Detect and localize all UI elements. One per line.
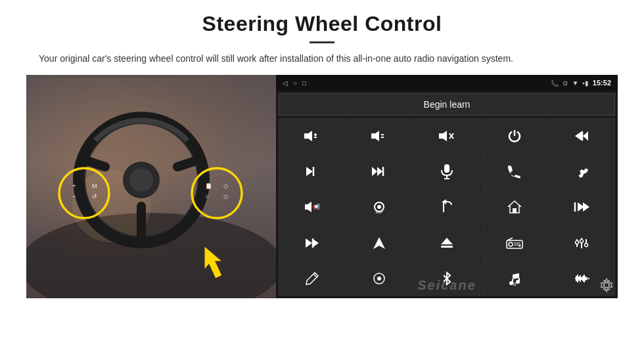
svg-rect-57 — [441, 246, 453, 248]
wifi-icon: ▼ — [572, 79, 578, 87]
svg-text:−: − — [72, 193, 76, 200]
location-icon: ⊙ — [563, 79, 568, 87]
svg-text:⚙: ⚙ — [513, 282, 517, 286]
music-button[interactable]: ⚙ — [481, 261, 548, 296]
svg-point-63 — [518, 244, 520, 246]
svg-text:◇: ◇ — [223, 193, 228, 200]
fast-fwd-button[interactable] — [279, 225, 346, 260]
svg-marker-35 — [372, 167, 377, 176]
icon-grid: 📢 360° — [279, 118, 615, 296]
svg-text:○: ○ — [205, 193, 208, 200]
bluetooth-button[interactable] — [413, 261, 480, 296]
eject-button[interactable] — [413, 225, 480, 260]
home-button[interactable] — [481, 190, 548, 225]
statusbar-left: ◁ ○ □ — [283, 79, 306, 87]
svg-marker-55 — [373, 237, 385, 249]
mute-button[interactable] — [413, 118, 480, 153]
battery-icon: ▪▮ — [582, 79, 589, 87]
svg-point-8 — [129, 168, 153, 192]
svg-marker-54 — [312, 238, 319, 248]
phone-call-button[interactable] — [481, 154, 548, 189]
equalizer-button[interactable] — [548, 225, 615, 260]
phone-icon: 📞 — [551, 79, 559, 87]
svg-marker-30 — [575, 131, 582, 141]
svg-marker-52 — [306, 238, 312, 248]
svg-text:M: M — [92, 183, 97, 189]
subtitle: Your original car's steering wheel contr… — [26, 51, 526, 66]
svg-marker-36 — [377, 167, 382, 176]
statusbar-right: 📞 ⊙ ▼ ▪▮ 15:52 — [551, 79, 611, 87]
cam360-button[interactable]: 360° — [346, 190, 413, 225]
page-container: Steering Wheel Control Your original car… — [0, 0, 644, 360]
skip-back-button[interactable] — [548, 190, 615, 225]
microphone-button[interactable] — [413, 154, 480, 189]
pen-button[interactable] — [279, 261, 346, 296]
svg-line-4 — [85, 160, 105, 167]
speaker-button[interactable]: 📢 — [279, 190, 346, 225]
hang-up-button[interactable] — [548, 154, 615, 189]
svg-rect-38 — [444, 164, 449, 173]
svg-marker-27 — [439, 131, 447, 141]
svg-point-73 — [377, 277, 381, 281]
svg-point-0 — [26, 213, 276, 298]
control-panel: Begin learn — [276, 91, 618, 298]
car-image-section: + M − ↺ 📋 ◇ ○ ◇ — [26, 75, 276, 298]
steering-wheel-svg: + M − ↺ 📋 ◇ ○ ◇ — [26, 75, 276, 298]
page-title: Steering Wheel Control — [26, 12, 618, 36]
title-divider — [310, 41, 334, 43]
svg-point-44 — [377, 205, 381, 209]
svg-point-59 — [509, 242, 513, 246]
svg-point-66 — [576, 240, 579, 244]
radio-button[interactable] — [481, 225, 548, 260]
svg-rect-48 — [513, 208, 517, 213]
content-row: + M − ↺ 📋 ◇ ○ ◇ ◁ — [26, 75, 618, 298]
begin-learn-button[interactable]: Begin learn — [279, 93, 615, 116]
svg-marker-33 — [306, 167, 313, 176]
svg-text:◇: ◇ — [223, 183, 228, 189]
back-button[interactable] — [413, 190, 480, 225]
svg-text:📋: 📋 — [205, 182, 213, 190]
svg-marker-24 — [371, 131, 379, 141]
title-section: Steering Wheel Control Your original car… — [26, 12, 618, 75]
svg-text:📢: 📢 — [313, 203, 321, 211]
svg-point-68 — [580, 239, 584, 242]
status-time: 15:52 — [593, 79, 611, 87]
svg-text:↺: ↺ — [92, 193, 97, 200]
back-nav-icon[interactable]: ◁ — [283, 79, 288, 87]
home-nav-icon[interactable]: ○ — [293, 79, 297, 87]
next-track-button[interactable] — [279, 154, 346, 189]
svg-line-5 — [177, 160, 197, 167]
svg-marker-56 — [441, 238, 453, 244]
vol-up-button[interactable] — [279, 118, 346, 153]
android-screen: ◁ ○ □ 📞 ⊙ ▼ ▪▮ 15:52 Begin learn — [276, 75, 618, 298]
svg-text:+: + — [72, 183, 76, 189]
prev-skip-button[interactable] — [548, 118, 615, 153]
svg-marker-41 — [305, 202, 311, 212]
ff-skip-button[interactable] — [346, 154, 413, 189]
navigate-button[interactable] — [346, 225, 413, 260]
svg-marker-20 — [304, 131, 312, 141]
settings-dot-button[interactable] — [346, 261, 413, 296]
svg-marker-32 — [583, 131, 588, 141]
svg-text:360°: 360° — [375, 210, 384, 214]
android-statusbar: ◁ ○ □ 📞 ⊙ ▼ ▪▮ 15:52 — [276, 75, 618, 91]
svg-marker-51 — [583, 202, 589, 212]
recents-nav-icon[interactable]: □ — [302, 79, 306, 87]
vol-down-button[interactable] — [346, 118, 413, 153]
power-button[interactable] — [481, 118, 548, 153]
settings-gear-icon[interactable] — [599, 278, 614, 296]
svg-point-70 — [585, 243, 588, 246]
